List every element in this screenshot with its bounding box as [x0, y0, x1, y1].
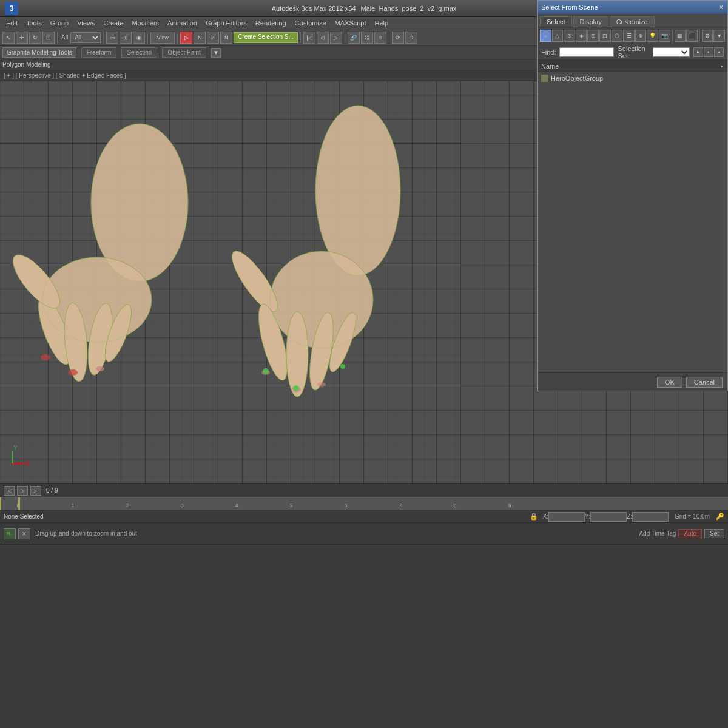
dt-sort-btn[interactable]: ▼ — [713, 30, 725, 42]
toolbar-select-btn[interactable]: ↖ — [2, 32, 15, 44]
lock-icon[interactable]: 🔒 — [530, 513, 538, 521]
dt-btn13[interactable]: ⬛ — [686, 30, 698, 42]
toolbar-link-btn[interactable]: 🔗 — [348, 32, 360, 44]
dt-btn4[interactable]: ◈ — [576, 30, 587, 42]
dt-btn3[interactable]: ⊙ — [564, 30, 575, 42]
toolbar-move-btn[interactable]: ✛ — [16, 32, 28, 44]
toolbar-frame-btn[interactable]: ▷ — [330, 32, 342, 44]
svg-point-26 — [293, 385, 299, 391]
list-item-hero[interactable]: HeroObjectGroup — [538, 72, 727, 84]
tick-8: 8 — [453, 502, 456, 508]
toolbar-n-btn[interactable]: N — [194, 32, 206, 44]
x-input[interactable] — [548, 512, 585, 522]
dt-btn8[interactable]: ☰ — [623, 30, 635, 42]
toolbar-window-btn[interactable]: ⊞ — [120, 32, 132, 44]
prev-frame-btn[interactable]: |◁ — [4, 486, 15, 496]
toolbar-nav-btn[interactable]: ⟳ — [392, 32, 404, 44]
menu-rendering[interactable]: Rendering — [252, 19, 290, 27]
toolbar-percent-btn[interactable]: % — [207, 32, 219, 44]
dt-btn7[interactable]: ⬡ — [612, 30, 623, 42]
dialog-tab-display[interactable]: Display — [573, 16, 608, 27]
dialog-close-btn[interactable]: ✕ — [718, 4, 724, 12]
toolbar-view-dropdown[interactable]: View — [150, 32, 175, 44]
dt-btn12[interactable]: ▦ — [675, 30, 686, 42]
menu-maxscript[interactable]: MAXScript — [331, 19, 370, 27]
key-icon[interactable]: 🔑 — [716, 513, 724, 521]
toolbar-unlink-btn[interactable]: ⛓ — [361, 32, 373, 44]
dialog-tab-select[interactable]: Select — [540, 16, 572, 27]
svg-point-13 — [315, 106, 400, 275]
dt-btn9[interactable]: ⊕ — [635, 30, 647, 42]
tab-object-paint[interactable]: Object Paint — [162, 47, 206, 58]
play-btn[interactable]: ▷ — [17, 486, 28, 496]
dt-btn6[interactable]: ⊟ — [599, 30, 611, 42]
svg-point-27 — [340, 364, 345, 369]
toolbar-anim-btn[interactable]: |◁ — [303, 32, 315, 44]
app-mode-btn[interactable]: R.. — [4, 528, 16, 539]
menu-edit[interactable]: Edit — [2, 19, 21, 27]
select-from-scene-dialog: Select From Scene ✕ Select Display Custo… — [537, 0, 728, 391]
toolbar-n2-btn[interactable]: N — [220, 32, 232, 44]
dt-filter-btn[interactable]: ⚙ — [702, 30, 713, 42]
dialog-tab-customize[interactable]: Customize — [610, 16, 655, 27]
dialog-footer: OK Cancel — [538, 372, 727, 391]
find-input[interactable] — [559, 47, 614, 57]
filename-text: Male_Hands_pose_2_v2_g.max — [361, 5, 457, 12]
svg-point-17 — [286, 312, 308, 397]
tick-3: 3 — [180, 502, 183, 508]
selection-set-label: Selection Set: — [618, 45, 649, 59]
toolbar-create-selection-btn[interactable]: Create Selection S... — [234, 32, 298, 43]
selection-set-dropdown[interactable] — [653, 47, 690, 57]
next-frame-btn[interactable]: ▷| — [30, 486, 41, 496]
z-input[interactable] — [632, 512, 669, 522]
timeline-track[interactable]: 0 1 2 3 4 5 6 7 8 9 — [0, 497, 728, 511]
viewport-info-text: [ + ] [ Perspective ] [ Shaded + Edged F… — [4, 72, 126, 79]
dialog-title-bar[interactable]: Select From Scene ✕ — [538, 1, 727, 14]
menu-views[interactable]: Views — [73, 19, 98, 27]
toolbar-anim2-btn[interactable]: ◁ — [317, 32, 329, 44]
dt-btn2[interactable]: △ — [552, 30, 564, 42]
tab-freeform[interactable]: Freeform — [81, 47, 117, 58]
cancel-button[interactable]: Cancel — [686, 377, 723, 388]
svg-point-9 — [68, 369, 78, 376]
tick-6: 6 — [344, 502, 347, 508]
set-btn[interactable]: Set — [704, 529, 724, 538]
toolbar-select-region-btn[interactable]: ▭ — [106, 32, 118, 44]
dialog-tabs: Select Display Customize — [538, 14, 727, 27]
tab-selection[interactable]: Selection — [121, 47, 157, 58]
playhead — [18, 497, 20, 510]
ok-button[interactable]: OK — [657, 377, 682, 388]
toolbar-scale-btn[interactable]: ⊡ — [42, 32, 55, 44]
toolbar-render-btn[interactable]: ▷ — [180, 32, 192, 44]
find-icon-1[interactable]: ▸ — [693, 47, 703, 57]
toolbar-nav2-btn[interactable]: ⊙ — [405, 32, 417, 44]
menu-modifiers[interactable]: Modifiers — [128, 19, 163, 27]
dt-btn1[interactable]: ○ — [540, 30, 551, 42]
menu-help[interactable]: Help — [371, 19, 393, 27]
menu-tools[interactable]: Tools — [22, 19, 46, 27]
menu-group[interactable]: Group — [47, 19, 73, 27]
menu-graph-editors[interactable]: Graph Editors — [202, 19, 251, 27]
find-label: Find: — [541, 49, 556, 56]
y-input[interactable] — [590, 512, 627, 522]
toolbar-filter-dropdown[interactable]: All — [70, 32, 101, 43]
menu-animation[interactable]: Animation — [164, 19, 201, 27]
auto-btn[interactable]: Auto — [678, 529, 702, 538]
dialog-object-list[interactable]: HeroObjectGroup — [538, 72, 727, 372]
toolbar-rotate-btn[interactable]: ↻ — [29, 32, 41, 44]
toolbar-paint-btn[interactable]: ◉ — [133, 32, 145, 44]
dt-btn10[interactable]: 💡 — [647, 30, 658, 42]
dt-btn11[interactable]: 📷 — [659, 30, 670, 42]
menu-create[interactable]: Create — [99, 19, 127, 27]
find-icon-2[interactable]: ▪ — [704, 47, 713, 57]
menu-customize[interactable]: Customize — [291, 19, 330, 27]
modeling-extra-btn[interactable]: ▼ — [211, 48, 221, 58]
svg-point-8 — [41, 354, 50, 360]
find-icon-3[interactable]: ◂ — [714, 47, 724, 57]
x-label: X: — [543, 513, 548, 520]
list-item-icon — [541, 75, 548, 82]
tick-7: 7 — [399, 502, 402, 508]
dt-btn5[interactable]: ⊞ — [587, 30, 599, 42]
mode-close-btn[interactable]: ✕ — [18, 528, 30, 539]
toolbar-bind-btn[interactable]: ⊕ — [374, 32, 386, 44]
